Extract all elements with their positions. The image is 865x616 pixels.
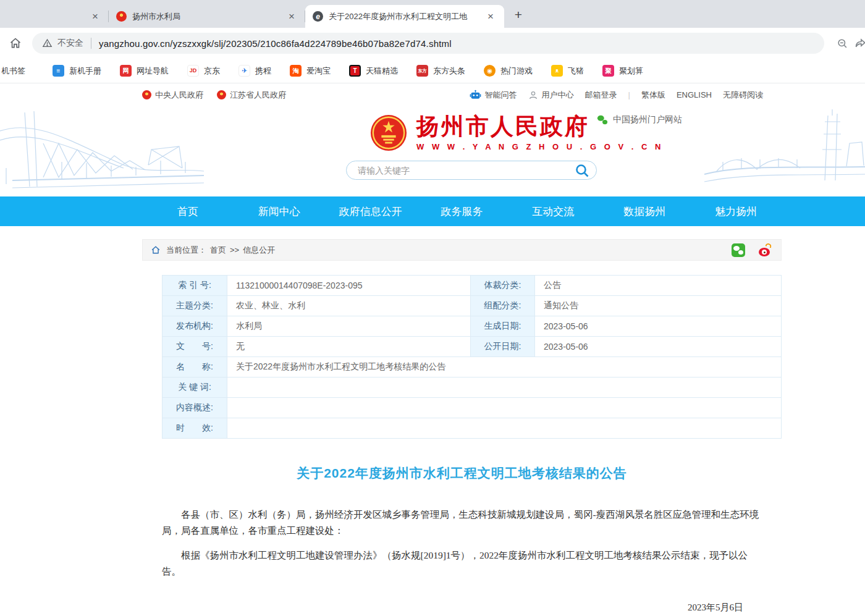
document-meta-table: 索 引 号: 11321000014407098E-2023-095 体裁分类:… (162, 275, 782, 439)
fliggy-icon: ᴥ (551, 65, 563, 77)
bookmark-item[interactable]: T 天猫精选 (349, 65, 398, 77)
bookmark-item[interactable]: 聚 聚划算 (602, 65, 643, 77)
security-label[interactable]: 不安全 (57, 38, 83, 49)
breadcrumb-separator: >> (230, 245, 239, 255)
meta-value-keywords (227, 378, 782, 398)
divider (91, 38, 91, 49)
share-icon[interactable] (851, 34, 865, 53)
gov-top-bar: 中央人民政府 江苏省人民政府 智能问答 用户中心 邮箱登录 | (0, 83, 865, 106)
bookmark-label: 京东 (204, 65, 220, 77)
juhuasuan-icon: 聚 (602, 65, 614, 77)
tab-title: 扬州市水利局 (132, 11, 283, 22)
main-navigation: 首页 新闻中心 政府信息公开 政务服务 互动交流 数据扬州 魅力扬州 (0, 196, 865, 226)
bookmark-label: 东方头条 (433, 65, 465, 77)
search-button[interactable] (572, 162, 593, 179)
bookmark-label: 飞猪 (568, 65, 584, 77)
link-label: 江苏省人民政府 (230, 90, 286, 101)
nav-data-yangzhou[interactable]: 数据扬州 (599, 205, 690, 219)
nav-gov-info-disclosure[interactable]: 政府信息公开 (325, 205, 416, 219)
nav-home[interactable]: 首页 (142, 205, 234, 219)
bookmark-item[interactable]: ◉ 热门游戏 (484, 65, 533, 77)
meta-value-topic: 农业、林业、水利 (227, 296, 471, 316)
tab-active-announcement[interactable]: e 关于2022年度扬州市水利工程文明工地 × (305, 5, 504, 28)
manual-icon: ≡ (53, 65, 64, 77)
bookmark-label: 天猫精选 (366, 65, 398, 77)
table-row: 索 引 号: 11321000014407098E-2023-095 体裁分类:… (162, 276, 782, 296)
share-weibo-icon[interactable] (759, 243, 772, 257)
bookmark-label: 新机手册 (69, 65, 101, 77)
table-row: 时 效: (162, 418, 782, 439)
tab-shuiliju[interactable]: 扬州市水利局 × (109, 5, 305, 28)
english-link[interactable]: ENGLISH (677, 90, 712, 99)
link-label: 中央人民政府 (155, 90, 203, 101)
breadcrumb: 当前位置： 首页 >> 信息公开 (142, 239, 782, 261)
bookmark-item[interactable]: JD 京东 (187, 65, 220, 77)
meta-label: 体裁分类: (471, 276, 535, 296)
bookmark-item[interactable]: 机书签 (1, 65, 25, 77)
national-emblem-icon (369, 114, 408, 152)
meta-value-public-date: 2023-05-06 (535, 337, 782, 357)
link-central-gov[interactable]: 中央人民政府 (142, 90, 203, 101)
meta-value-group: 通知公告 (535, 296, 782, 316)
bookmark-label: 爱淘宝 (306, 65, 331, 77)
meta-value-validity (227, 418, 782, 439)
tmall-icon: T (349, 65, 361, 77)
smart-qa-link[interactable]: 智能问答 (470, 90, 517, 101)
nav-site-icon: 网 (120, 65, 132, 77)
meta-value-title: 关于2022年度扬州市水利工程文明工地考核结果的公告 (227, 357, 782, 378)
site-masthead: 扬州市人民政府 W W W . Y A N G Z H O U . G O V … (0, 106, 865, 196)
zoom-out-icon[interactable] (833, 34, 851, 53)
bookmark-item[interactable]: ✈ 携程 (238, 65, 271, 77)
link-label: 用户中心 (542, 90, 574, 101)
new-tab-button[interactable]: + (509, 6, 528, 24)
link-label: 邮箱登录 (585, 90, 617, 101)
meta-label: 名 称: (162, 357, 227, 378)
jd-icon: JD (187, 65, 199, 77)
nav-charming-yangzhou[interactable]: 魅力扬州 (690, 205, 782, 219)
nav-news-center[interactable]: 新闻中心 (234, 205, 325, 219)
meta-label: 索 引 号: (162, 276, 227, 296)
url-text[interactable]: yangzhou.gov.cn/yzszxxgk/slj/202305/210c… (99, 38, 452, 49)
accessibility-link[interactable]: 无障碍阅读 (723, 90, 763, 101)
meta-value-doc-number: 无 (227, 337, 471, 357)
home-icon[interactable] (6, 34, 25, 53)
bookmark-item[interactable]: 网 网址导航 (120, 65, 169, 77)
link-jiangsu-gov[interactable]: 江苏省人民政府 (217, 90, 286, 101)
article-paragraph: 根据《扬州市水利工程文明工地建设管理办法》（扬水规[2019]1号），2022年… (162, 547, 762, 580)
bookmark-label: 热门游戏 (500, 65, 533, 77)
nav-interaction[interactable]: 互动交流 (507, 205, 599, 219)
tab-close-icon[interactable]: × (86, 8, 104, 25)
bookmark-item[interactable]: ≡ 新机手册 (53, 65, 101, 77)
tab-close-icon[interactable]: × (283, 8, 300, 25)
tab-title: 关于2022年度扬州市水利工程文明工地 (329, 11, 482, 22)
meta-value-index-number: 11321000014407098E-2023-095 (227, 276, 471, 296)
breadcrumb-home-link[interactable]: 首页 (210, 245, 226, 256)
portal-label: 中国扬州门户网站 (613, 114, 682, 125)
bookmark-item[interactable]: ᴥ 飞猪 (551, 65, 584, 77)
table-row: 关 键 词: (162, 378, 782, 398)
bookmark-item[interactable]: 东方 东方头条 (416, 65, 465, 77)
tab-partial[interactable]: × (86, 5, 109, 28)
portal-tag[interactable]: 中国扬州门户网站 (597, 114, 682, 125)
mail-login-link[interactable]: 邮箱登录 (585, 90, 617, 101)
article: 关于2022年度扬州市水利工程文明工地考核结果的公告 各县（市、区）水利（务）局… (142, 465, 782, 616)
bookmark-item[interactable]: 淘 爱淘宝 (290, 65, 331, 77)
link-label: 智能问答 (485, 90, 517, 101)
meta-label: 发布机构: (162, 316, 227, 337)
tab-close-icon[interactable]: × (482, 8, 499, 25)
url-box[interactable]: 不安全 yangzhou.gov.cn/yzszxxgk/slj/202305/… (32, 33, 824, 54)
bookmark-label: 网址导航 (137, 65, 169, 77)
site-search (346, 161, 597, 180)
nav-gov-services[interactable]: 政务服务 (416, 205, 508, 219)
user-center-link[interactable]: 用户中心 (528, 90, 574, 101)
search-input[interactable] (358, 166, 572, 175)
table-row: 发布机构: 水利局 生成日期: 2023-05-06 (162, 316, 782, 337)
breadcrumb-prefix: 当前位置： (166, 245, 206, 256)
traditional-chinese-link[interactable]: 繁体版 (641, 90, 665, 101)
gov-emblem-icon (116, 11, 127, 22)
gov-emblem-icon (142, 90, 151, 99)
breadcrumb-current[interactable]: 信息公开 (243, 245, 275, 256)
meta-label: 公开日期: (471, 337, 535, 357)
share-wechat-icon[interactable] (732, 243, 745, 257)
gov-emblem-icon (217, 90, 226, 99)
